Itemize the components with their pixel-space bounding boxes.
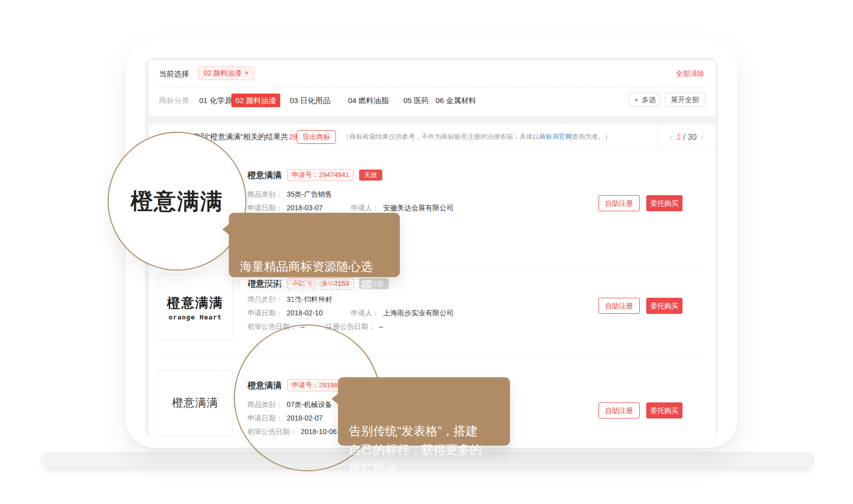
- trademark-name[interactable]: 橙意满满: [247, 170, 282, 181]
- field-label: 申请日期：: [247, 204, 283, 212]
- self-register-button[interactable]: 自助注册: [599, 195, 640, 211]
- entrust-buy-button[interactable]: 委托购买: [646, 298, 683, 314]
- trademark-image[interactable]: 橙意满满 orange Heart: [157, 275, 233, 340]
- field-value: –: [379, 322, 383, 330]
- magnifier-circle: 橙意满满: [108, 132, 246, 271]
- trademark-image-subtext: orange Heart: [168, 313, 222, 321]
- self-register-button[interactable]: 自助注册: [599, 298, 640, 314]
- note-suffix: 查询为准。）: [572, 133, 611, 140]
- official-site-link[interactable]: 商标局官网: [539, 133, 572, 140]
- status-badge: 无效: [359, 170, 382, 181]
- field-line: 申请日期：2018-03-07申请人：安徽美达会展有限公司: [247, 204, 454, 213]
- category-05[interactable]: 05 医药: [403, 96, 429, 106]
- category-label: 商标分类: [159, 96, 189, 106]
- field-label: 申请人：: [351, 309, 379, 317]
- filter-panel: 当前选择 02 颜料油漆× 全部清除 商标分类 01 化学原料 02 颜料油漆 …: [149, 60, 715, 116]
- callout-tooltip-trade: 海量精品商标资源随心选 购。支持在线交易，获得 更多的交易机会: [229, 213, 400, 277]
- divider: [159, 87, 705, 88]
- disclaimer-note: （商标检索结果仅供参考，不作为商标能否注册的法律依据；具体以商标局官网查询为准。…: [343, 125, 611, 149]
- page: 当前选择 02 颜料油漆× 全部清除 商标分类 01 化学原料 02 颜料油漆 …: [0, 0, 853, 504]
- category-02-active[interactable]: 02 颜料油漆: [231, 94, 280, 107]
- selected-filter-tag-label: 02 颜料油漆: [204, 69, 241, 77]
- trademark-image-text: 橙意满满: [167, 294, 223, 312]
- callout-tooltip-promo: 告别传统“发表格”，搭建 自己的标行，获得更多的 推广机会: [338, 377, 510, 446]
- application-number-tag: 申请号：29474941: [287, 169, 354, 181]
- trademark-image[interactable]: 橙意满满: [157, 370, 233, 436]
- entrust-buy-button[interactable]: 委托购买: [646, 402, 683, 418]
- field-label: 申请人：: [351, 204, 379, 212]
- note-prefix: （商标检索结果仅供参考，不作为商标能否注册的法律依据；具体以: [343, 133, 539, 140]
- category-03[interactable]: 03 日化用品: [290, 96, 330, 106]
- entrust-buy-button[interactable]: 委托购买: [646, 195, 683, 211]
- total-pages: 30: [688, 133, 697, 141]
- field-value: 安徽美达会展有限公司: [383, 204, 454, 212]
- prev-page-icon[interactable]: ‹: [669, 132, 672, 142]
- field-value: 上海雨步实业有限公司: [383, 309, 454, 317]
- tooltip-arrow-icon: [331, 393, 338, 404]
- export-trademark-button[interactable]: 导出商标: [297, 130, 336, 144]
- field-line: 商品类别：35类-广告销售: [247, 190, 332, 199]
- category-06[interactable]: 06 金属材料: [436, 96, 476, 106]
- current-page: 1: [676, 133, 681, 141]
- magnified-trademark-text: 橙意满满: [131, 187, 223, 216]
- current-selection-label: 当前选择: [159, 69, 189, 79]
- field-label: 商品类别：: [247, 190, 283, 198]
- remove-tag-icon[interactable]: ×: [244, 69, 248, 77]
- category-04[interactable]: 04 燃料油脂: [348, 96, 389, 106]
- field-value: 2018-03-07: [287, 204, 323, 212]
- result-row: 橙意满满 orange Heart 橙意满满 申请号：29482153 已注册 …: [149, 267, 715, 357]
- trademark-title-line: 橙意满满 申请号：29474941 无效: [247, 169, 382, 181]
- tooltip-arrow-icon: [222, 224, 229, 235]
- page-separator: /: [683, 133, 685, 141]
- results-header: 检索到“橙意满满”相关的结果共28个 导出商标 （商标检索结果仅供参考，不作为商…: [149, 125, 715, 149]
- clear-all-link[interactable]: 全部清除: [676, 69, 704, 78]
- field-value: 35类-广告销售: [287, 190, 332, 198]
- expand-all-button[interactable]: 展开全部: [665, 93, 705, 107]
- pagination: ‹1 / 30›: [658, 125, 715, 149]
- tooltip-text: 告别传统“发表格”，搭建 自己的标行，获得更多的 推广机会: [349, 424, 482, 475]
- multi-select-button[interactable]: ＋ 多选: [629, 93, 660, 107]
- self-register-button[interactable]: 自助注册: [599, 402, 640, 418]
- next-page-icon[interactable]: ›: [701, 132, 704, 142]
- selected-filter-tag[interactable]: 02 颜料油漆×: [198, 66, 254, 80]
- trademark-image-text: 橙意满满: [172, 395, 218, 410]
